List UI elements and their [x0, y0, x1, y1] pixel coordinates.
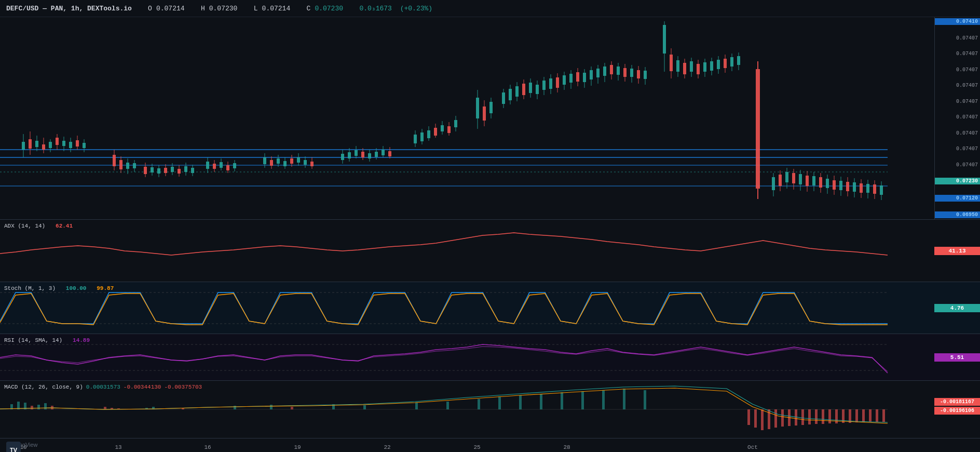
svg-rect-35 [144, 167, 147, 174]
svg-rect-263 [808, 409, 811, 424]
svg-rect-242 [363, 405, 366, 409]
svg-rect-63 [270, 160, 273, 166]
svg-rect-111 [489, 102, 493, 113]
svg-rect-271 [862, 409, 865, 422]
svg-rect-153 [637, 70, 640, 78]
svg-rect-163 [683, 63, 686, 74]
price-label-6: 0.07407 [935, 114, 980, 120]
price-chart-svg [0, 17, 934, 220]
svg-rect-45 [178, 169, 181, 174]
svg-rect-205 [846, 182, 849, 191]
svg-rect-167 [697, 64, 700, 74]
svg-rect-239 [270, 405, 273, 409]
macd-value2-badge: -0.00196106 [934, 407, 980, 415]
chart-container: DEFC/USD — PAN, 1h, DEXTools.io O0.07214… [0, 0, 980, 452]
main-price-chart[interactable]: 0.07410 0.07407 0.07407 0.07407 0.07407 … [0, 17, 980, 220]
svg-rect-55 [220, 162, 223, 168]
svg-rect-228 [31, 406, 33, 409]
svg-rect-115 [509, 89, 512, 100]
svg-rect-47 [184, 166, 187, 172]
svg-rect-107 [476, 98, 479, 118]
svg-rect-248 [540, 394, 542, 409]
svg-rect-69 [290, 158, 293, 164]
price-label-3: 0.07407 [935, 67, 980, 73]
svg-rect-273 [876, 409, 878, 422]
close-value: 0.07230 [315, 5, 343, 12]
svg-rect-220 [0, 334, 934, 381]
x-axis: 10 13 16 19 22 25 28 Oct [0, 438, 980, 452]
svg-rect-191 [799, 174, 802, 184]
svg-rect-15 [49, 142, 52, 148]
svg-rect-101 [441, 125, 444, 131]
svg-rect-25 [83, 143, 86, 148]
svg-rect-189 [792, 173, 795, 183]
svg-text:28: 28 [563, 444, 570, 450]
stoch-panel: Stoch (M, 1, 3) 100.00 99.87 4.76 [0, 282, 980, 334]
svg-rect-183 [772, 177, 775, 190]
svg-rect-73 [304, 160, 307, 165]
svg-rect-17 [56, 138, 59, 145]
price-label-2: 0.07407 [935, 51, 980, 57]
high-value: 0.07230 [209, 5, 238, 12]
svg-rect-244 [446, 402, 449, 409]
svg-rect-199 [826, 179, 829, 188]
svg-rect-159 [670, 55, 673, 71]
svg-rect-149 [623, 68, 627, 77]
svg-rect-230 [44, 403, 47, 409]
svg-rect-75 [310, 162, 314, 166]
tradingview-logo: TV [6, 442, 21, 452]
svg-rect-99 [434, 128, 437, 136]
svg-rect-95 [420, 132, 424, 141]
svg-rect-250 [581, 391, 584, 409]
price-label-1: 0.07407 [935, 35, 980, 41]
svg-rect-71 [297, 157, 300, 163]
svg-rect-21 [69, 142, 72, 148]
svg-rect-81 [355, 150, 358, 156]
svg-rect-175 [724, 59, 727, 68]
price-label-8: 0.07407 [935, 146, 980, 152]
svg-rect-161 [676, 60, 679, 72]
chart-ohlc: O0.07214 H0.07230 L0.07214 C0.07230 0.0₃… [148, 5, 437, 12]
svg-text:22: 22 [384, 444, 390, 450]
svg-rect-238 [234, 406, 236, 409]
price-label-4: 0.07407 [935, 83, 980, 88]
svg-rect-157 [663, 25, 666, 54]
price-label-top: 0.07410 [935, 18, 980, 25]
open-label: O [148, 5, 152, 12]
svg-rect-275 [0, 438, 934, 452]
svg-rect-19 [62, 141, 65, 146]
svg-rect-254 [747, 409, 750, 425]
svg-rect-259 [781, 409, 784, 427]
svg-rect-207 [853, 182, 856, 192]
svg-rect-77 [341, 154, 344, 160]
svg-rect-43 [171, 167, 174, 172]
svg-rect-217 [0, 282, 934, 334]
open-value: 0.07214 [156, 5, 185, 12]
svg-rect-85 [368, 153, 371, 158]
svg-text:13: 13 [115, 444, 121, 450]
svg-rect-105 [454, 120, 457, 127]
svg-rect-197 [819, 177, 822, 188]
svg-rect-266 [828, 409, 831, 423]
svg-rect-177 [730, 57, 733, 67]
adx-svg [0, 220, 934, 282]
svg-rect-23 [76, 140, 79, 147]
svg-rect-119 [522, 84, 525, 95]
svg-rect-9 [29, 139, 32, 149]
svg-rect-49 [191, 168, 194, 173]
svg-rect-272 [869, 409, 872, 422]
adx-label: ADX (14, 14) 62.41 [4, 223, 73, 229]
panels-container: 0.07410 0.07407 0.07407 0.07407 0.07407 … [0, 17, 980, 452]
svg-rect-237 [182, 408, 184, 409]
chart-header: DEFC/USD — PAN, 1h, DEXTools.io O0.07214… [0, 0, 980, 17]
price-label-7: 0.07407 [935, 130, 980, 136]
svg-rect-51 [206, 162, 209, 169]
svg-rect-201 [833, 180, 836, 190]
svg-rect-0 [0, 17, 934, 220]
svg-rect-143 [603, 67, 606, 76]
svg-rect-57 [226, 165, 229, 170]
rsi-label: RSI (14, SMA, 14) 14.89 [4, 337, 90, 343]
svg-rect-109 [483, 107, 486, 121]
svg-rect-181 [756, 69, 760, 189]
svg-rect-256 [761, 409, 764, 430]
